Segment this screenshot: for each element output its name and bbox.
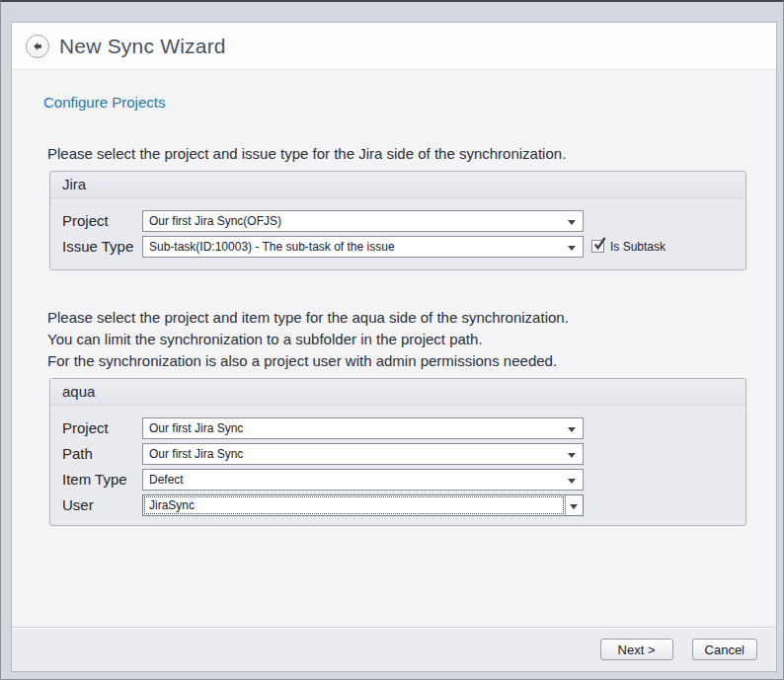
aqua-project-row: Project Our first Jira Sync bbox=[62, 416, 734, 439]
aqua-itemtype-label: Item Type bbox=[62, 471, 142, 488]
wizard-footer: Next > Cancel bbox=[12, 627, 776, 671]
aqua-path-label: Path bbox=[62, 445, 142, 462]
aqua-user-combobox[interactable]: JiraSync bbox=[142, 494, 584, 516]
jira-issuetype-combobox[interactable]: Sub-task(ID:10003) - The sub-task of the… bbox=[142, 236, 584, 258]
window-titlebar bbox=[1, 2, 783, 20]
combo-dropdown-button[interactable] bbox=[565, 495, 583, 515]
aqua-path-combobox[interactable]: Our first Jira Sync bbox=[142, 443, 584, 465]
window-frame: New Sync Wizard Configure Projects Pleas… bbox=[0, 0, 784, 680]
aqua-itemtype-combobox[interactable]: Defect bbox=[142, 469, 584, 491]
jira-instruction: Please select the project and issue type… bbox=[47, 143, 776, 165]
aqua-user-row: User JiraSync bbox=[62, 493, 734, 516]
jira-issuetype-label: Issue Type bbox=[62, 238, 142, 255]
aqua-user-label: User bbox=[62, 496, 142, 513]
aqua-path-value: Our first Jira Sync bbox=[149, 447, 243, 461]
jira-project-value: Our first Jira Sync(OFJS) bbox=[149, 214, 281, 228]
aqua-instruction-line: You can limit the synchronization to a s… bbox=[47, 329, 776, 350]
chevron-down-icon bbox=[568, 220, 576, 225]
back-button[interactable] bbox=[26, 35, 49, 58]
wizard-title: New Sync Wizard bbox=[59, 35, 226, 58]
aqua-instruction-line: Please select the project and item type … bbox=[47, 307, 776, 329]
aqua-project-combobox[interactable]: Our first Jira Sync bbox=[142, 417, 584, 439]
jira-group-body: Project Our first Jira Sync(OFJS) Issue … bbox=[50, 198, 745, 269]
is-subtask-label: Is Subtask bbox=[610, 240, 666, 254]
wizard-header: New Sync Wizard bbox=[12, 23, 776, 70]
aqua-itemtype-value: Defect bbox=[149, 473, 184, 487]
chevron-down-icon bbox=[568, 479, 576, 484]
aqua-itemtype-row: Item Type Defect bbox=[62, 468, 734, 491]
page-heading: Configure Projects bbox=[43, 94, 776, 111]
aqua-project-label: Project bbox=[62, 419, 142, 436]
aqua-path-row: Path Our first Jira Sync bbox=[62, 442, 734, 465]
aqua-group-body: Project Our first Jira Sync Path Our fir… bbox=[50, 406, 745, 525]
is-subtask-checkbox[interactable]: Is Subtask bbox=[591, 240, 666, 254]
checkmark-icon bbox=[592, 236, 607, 252]
cancel-button[interactable]: Cancel bbox=[692, 639, 757, 660]
next-button[interactable]: Next > bbox=[600, 639, 673, 660]
chevron-down-icon bbox=[568, 453, 576, 458]
jira-project-combobox[interactable]: Our first Jira Sync(OFJS) bbox=[142, 210, 584, 232]
jira-project-row: Project Our first Jira Sync(OFJS) bbox=[62, 209, 734, 232]
aqua-project-value: Our first Jira Sync bbox=[149, 421, 243, 435]
wizard-body: Configure Projects Please select the pro… bbox=[12, 70, 776, 627]
back-arrow-icon bbox=[32, 40, 43, 52]
aqua-groupbox: aqua Project Our first Jira Sync Path Ou… bbox=[49, 378, 746, 526]
jira-group-title: Jira bbox=[50, 172, 745, 198]
aqua-group-title: aqua bbox=[50, 379, 745, 406]
aqua-instructions: Please select the project and item type … bbox=[47, 307, 776, 372]
aqua-instruction-line: For the synchronization is also a projec… bbox=[47, 350, 776, 372]
checkbox-box bbox=[591, 240, 604, 253]
jira-issuetype-row: Issue Type Sub-task(ID:10003) - The sub-… bbox=[62, 235, 734, 258]
wizard-window: New Sync Wizard Configure Projects Pleas… bbox=[11, 22, 777, 672]
jira-issuetype-value: Sub-task(ID:10003) - The sub-task of the… bbox=[149, 240, 395, 254]
chevron-down-icon bbox=[568, 246, 576, 251]
chevron-down-icon bbox=[570, 504, 578, 509]
aqua-user-value: JiraSync bbox=[149, 498, 195, 512]
jira-groupbox: Jira Project Our first Jira Sync(OFJS) I… bbox=[49, 171, 746, 270]
jira-project-label: Project bbox=[62, 212, 142, 229]
chevron-down-icon bbox=[568, 427, 576, 432]
